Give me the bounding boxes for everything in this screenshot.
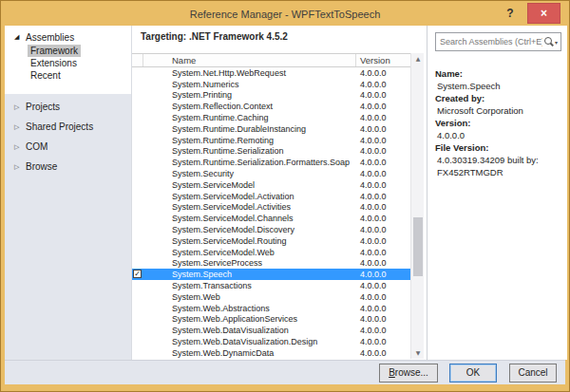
footer-bar: Browse... OK Cancel <box>5 360 565 384</box>
sidebar-item-framework[interactable]: Framework <box>28 45 131 57</box>
sidebar-item-browse[interactable]: ▷Browse <box>5 157 131 177</box>
browse-button[interactable]: Browse... <box>379 364 438 383</box>
header-name-column[interactable]: Name <box>143 54 356 66</box>
table-row[interactable]: ✓System.Speech4.0.0.0 <box>132 269 410 280</box>
row-checkbox-cell <box>132 291 143 303</box>
assembly-name: System.ServiceModel.Activities <box>143 202 356 212</box>
table-row[interactable]: System.Web.Abstractions4.0.0.0 <box>132 303 410 314</box>
sidebar-item-label: COM <box>26 141 48 152</box>
scrollbar-thumb[interactable] <box>413 217 423 276</box>
assembly-version: 4.0.0.0 <box>356 248 410 257</box>
details-pane: ▾ Name:System.SpeechCreated by:Microsoft… <box>427 26 567 360</box>
assembly-version: 4.0.0.0 <box>356 102 410 111</box>
search-input[interactable] <box>436 37 542 47</box>
chevron-collapsed-icon[interactable]: ▷ <box>14 163 26 171</box>
table-row[interactable]: System.Web.ApplicationServices4.0.0.0 <box>132 314 410 326</box>
search-icon[interactable] <box>542 36 554 47</box>
sidebar-item-label: Recent <box>28 69 64 82</box>
header-version-column[interactable]: Version <box>356 54 410 66</box>
table-row[interactable]: System.ServiceProcess4.0.0.0 <box>132 258 410 270</box>
sidebar-item-com[interactable]: ▷COM <box>5 137 131 157</box>
row-checkbox-cell <box>132 325 143 336</box>
table-row[interactable]: System.Numerics4.0.0.0 <box>132 79 410 90</box>
cancel-button[interactable]: Cancel <box>509 364 557 383</box>
detail-value: System.Speech <box>435 80 563 92</box>
ok-button[interactable]: OK <box>449 364 497 383</box>
assembly-name: System.ServiceModel <box>143 180 356 190</box>
sidebar-item-assemblies[interactable]: ◢Assemblies <box>5 29 131 45</box>
sidebar-item-shared-projects[interactable]: ▷Shared Projects <box>5 117 131 137</box>
assembly-name: System.Web.DataVisualization <box>143 326 356 335</box>
row-checkbox-cell <box>132 314 143 326</box>
assembly-version: 4.0.0.0 <box>356 314 410 324</box>
assembly-version: 4.0.0.0 <box>356 113 410 122</box>
chevron-down-icon[interactable]: ▾ <box>555 39 558 46</box>
table-row[interactable]: System.Runtime.DurableInstancing4.0.0.0 <box>132 123 410 135</box>
assembly-checkbox[interactable]: ✓ <box>133 270 142 278</box>
chevron-collapsed-icon[interactable]: ▷ <box>14 103 26 111</box>
assembly-version: 4.0.0.0 <box>356 236 410 246</box>
row-checkbox-cell <box>132 179 143 191</box>
assembly-version: 4.0.0.0 <box>356 225 410 234</box>
sidebar-item-extensions[interactable]: Extensions <box>28 57 131 69</box>
table-row[interactable]: System.ServiceModel.Routing4.0.0.0 <box>132 235 410 247</box>
chevron-collapsed-icon[interactable]: ▷ <box>14 123 26 131</box>
assembly-name: System.ServiceProcess <box>143 258 356 268</box>
sidebar-item-label: Projects <box>26 102 60 112</box>
scroll-up-icon[interactable]: ▲ <box>411 53 425 65</box>
help-button[interactable]: ? <box>503 7 518 24</box>
table-row[interactable]: System.Printing4.0.0.0 <box>132 90 410 102</box>
table-row[interactable]: System.ServiceModel.Activities4.0.0.0 <box>132 202 410 214</box>
table-row[interactable]: System.ServiceModel4.0.0.0 <box>132 179 410 191</box>
table-row[interactable]: System.ServiceModel.Channels4.0.0.0 <box>132 213 410 224</box>
row-checkbox-cell <box>132 67 143 79</box>
sidebar-item-recent[interactable]: Recent <box>28 69 131 82</box>
detail-label: File Version: <box>435 141 563 154</box>
ok-button-label: OK <box>450 364 496 382</box>
table-row[interactable]: System.Runtime.Serialization.Formatters.… <box>132 157 410 168</box>
table-row[interactable]: System.ServiceModel.Activation4.0.0.0 <box>132 191 410 202</box>
row-checkbox-cell <box>132 157 143 168</box>
table-row[interactable]: System.Runtime.Caching4.0.0.0 <box>132 112 410 123</box>
table-row[interactable]: System.ServiceModel.Discovery4.0.0.0 <box>132 224 410 235</box>
targeting-label: Targeting: .NET Framework 4.5.2 <box>141 31 288 42</box>
row-checkbox-cell <box>132 280 143 291</box>
assembly-version: 4.0.0.0 <box>356 214 410 223</box>
chevron-collapsed-icon[interactable]: ▷ <box>14 143 26 151</box>
table-row[interactable]: System.Web4.0.0.0 <box>132 291 410 303</box>
assembly-version: 4.0.0.0 <box>356 68 410 78</box>
assembly-name: System.Security <box>143 169 356 178</box>
row-checkbox-cell <box>132 90 143 102</box>
table-row[interactable]: System.Net.Http.WebRequest4.0.0.0 <box>132 67 410 79</box>
row-checkbox-cell <box>132 112 143 123</box>
vertical-scrollbar[interactable]: ▲ ▼ <box>410 53 424 359</box>
sidebar-item-label: Browse <box>26 161 57 172</box>
close-button[interactable]: × <box>527 3 560 24</box>
table-row[interactable]: System.Transactions4.0.0.0 <box>132 280 410 291</box>
table-row[interactable]: System.ServiceModel.Web4.0.0.0 <box>132 247 410 258</box>
title-bar[interactable]: Reference Manager - WPFTextToSpeech ? × <box>3 3 567 26</box>
table-row[interactable]: System.Security4.0.0.0 <box>132 168 410 179</box>
chevron-expanded-icon[interactable]: ◢ <box>14 33 26 41</box>
table-row[interactable]: System.Reflection.Context4.0.0.0 <box>132 101 410 112</box>
detail-value: Microsoft Corporation <box>435 104 563 117</box>
assembly-name: System.Web.Abstractions <box>143 304 356 313</box>
checkmark-icon: ✓ <box>134 270 141 278</box>
sidebar-item-label: Extensions <box>28 57 80 69</box>
assembly-version: 4.0.0.0 <box>356 169 410 178</box>
cancel-button-label: Cancel <box>510 364 556 382</box>
table-row[interactable]: System.Runtime.Remoting4.0.0.0 <box>132 135 410 146</box>
table-row[interactable]: System.Web.DataVisualization.Design4.0.0… <box>132 336 410 347</box>
row-checkbox-cell: ✓ <box>132 269 143 280</box>
table-row[interactable]: System.Web.DataVisualization4.0.0.0 <box>132 325 410 336</box>
sidebar-item-label: Shared Projects <box>26 121 93 132</box>
table-row[interactable]: System.Runtime.Serialization4.0.0.0 <box>132 146 410 158</box>
assembly-name: System.Runtime.Caching <box>143 113 356 122</box>
assembly-name: System.Web <box>143 292 356 302</box>
assembly-version: 4.0.0.0 <box>356 258 410 268</box>
assembly-version: 4.0.0.0 <box>356 136 410 145</box>
assembly-name: System.ServiceModel.Channels <box>143 214 356 223</box>
table-row[interactable]: System.Web.DynamicData4.0.0.0 <box>132 347 410 359</box>
scroll-down-icon[interactable]: ▼ <box>411 347 425 359</box>
sidebar-item-projects[interactable]: ▷Projects <box>5 97 131 117</box>
